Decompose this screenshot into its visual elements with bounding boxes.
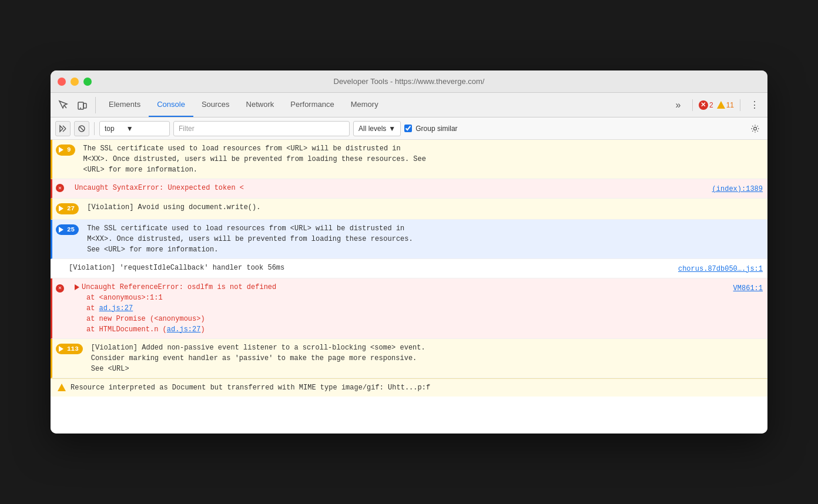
- count-badge-113[interactable]: 113: [56, 344, 83, 355]
- log-icon-warning-113: 113: [52, 339, 86, 359]
- log-entry-idle-callback: [Violation] 'requestIdleCallback' handle…: [51, 259, 767, 278]
- log-message-6-header: Uncaught ReferenceError: osdlfm is not d…: [75, 282, 724, 293]
- log-entry-ssl-warning: 9 The SSL certificate used to load resou…: [51, 140, 767, 179]
- maximize-button[interactable]: [83, 78, 92, 86]
- divider2: [740, 99, 740, 111]
- warn-triangle-icon: [717, 101, 725, 109]
- log-icon-violation: [52, 259, 64, 268]
- count-badge-9[interactable]: 9: [56, 145, 75, 156]
- svg-line-6: [63, 129, 66, 132]
- warn-count-badge: 11: [717, 101, 734, 109]
- log-source-6[interactable]: VM861:1: [729, 280, 767, 297]
- log-entry-passive-listener: 113 [Violation] Added non-passive event …: [51, 339, 767, 378]
- svg-line-5: [63, 126, 66, 129]
- log-entry-violation-write: 27 [Violation] Avoid using document.writ…: [51, 199, 767, 220]
- log-message-5: [Violation] 'requestIdleCallback' handle…: [64, 259, 673, 277]
- log-entry-ssl-info: 25 The SSL certificate used to load reso…: [51, 220, 767, 259]
- minimize-button[interactable]: [71, 78, 79, 86]
- log-entry-reference-error: ✕ Uncaught ReferenceError: osdlfm is not…: [51, 278, 767, 339]
- count-badge-25[interactable]: 25: [56, 224, 79, 236]
- error-icon-sm: ✕: [56, 184, 64, 192]
- settings-gear-button[interactable]: [747, 121, 763, 136]
- window-title: Developer Tools - https://www.theverge.c…: [334, 77, 485, 86]
- traffic-lights: [58, 78, 92, 86]
- stack-link-2[interactable]: ad.js:27: [167, 325, 201, 334]
- close-button[interactable]: [58, 78, 66, 86]
- log-source-5[interactable]: chorus.87db050….js:1: [673, 260, 767, 278]
- clear-console-button[interactable]: [55, 121, 71, 136]
- svg-point-9: [754, 127, 757, 130]
- tabs-right: » ✕ 2 11 ⋮: [670, 97, 763, 113]
- svg-rect-2: [83, 103, 86, 108]
- log-message-2: Uncaught SyntaxError: Unexpected token <: [70, 179, 708, 197]
- tabs-bar: Elements Console Sources Network Perform…: [51, 93, 767, 117]
- tab-memory[interactable]: Memory: [343, 93, 387, 117]
- svg-line-8: [79, 126, 84, 131]
- toolbar-divider: [94, 122, 95, 135]
- play-icon-113: [59, 346, 63, 352]
- error-icon-sm-2: ✕: [56, 284, 64, 293]
- log-message-6: Uncaught ReferenceError: osdlfm is not d…: [70, 278, 729, 338]
- group-similar-checkbox[interactable]: [404, 125, 412, 132]
- group-similar-checkbox-label[interactable]: Group similar: [404, 125, 457, 133]
- tab-elements[interactable]: Elements: [100, 93, 149, 117]
- tab-icon-group: [55, 97, 96, 113]
- device-toolbar-icon[interactable]: [74, 97, 90, 113]
- log-icon-ref-error: ✕: [52, 278, 70, 297]
- divider: [692, 99, 693, 111]
- stack-trace: at <anonymous>:1:1 at ad.js:27 at new Pr…: [86, 293, 724, 335]
- count-badge-27[interactable]: 27: [56, 203, 79, 214]
- title-bar: Developer Tools - https://www.theverge.c…: [51, 70, 767, 93]
- log-icon-warning: 9: [52, 140, 79, 160]
- console-output: 9 The SSL certificate used to load resou…: [51, 140, 767, 434]
- log-message-7: [Violation] Added non-passive event list…: [86, 339, 767, 378]
- log-entry-syntax-error: ✕ Uncaught SyntaxError: Unexpected token…: [51, 179, 767, 199]
- levels-dropdown[interactable]: All levels ▼: [353, 121, 401, 136]
- error-text-6: Uncaught ReferenceError: osdlfm is not d…: [82, 282, 276, 293]
- bottom-partial-message: Resource interpreted as Document but tra…: [71, 384, 430, 392]
- svg-marker-4: [60, 126, 63, 132]
- console-toolbar: top ▼ All levels ▼ Group similar: [51, 117, 767, 140]
- inspect-element-icon[interactable]: [55, 97, 72, 113]
- log-message-3: [Violation] Avoid using document.write()…: [82, 199, 767, 216]
- more-tabs-button[interactable]: »: [670, 97, 686, 113]
- tabs-list: Elements Console Sources Network Perform…: [100, 93, 670, 117]
- log-message-1: The SSL certificate used to load resourc…: [79, 140, 767, 179]
- log-message-4: The SSL certificate used to load resourc…: [82, 220, 767, 258]
- tab-sources[interactable]: Sources: [193, 93, 238, 117]
- warn-triangle-icon-bottom: [58, 384, 66, 391]
- play-icon: [59, 147, 63, 153]
- tab-network[interactable]: Network: [238, 93, 283, 117]
- error-icon: ✕: [699, 100, 708, 110]
- filter-input[interactable]: [173, 121, 350, 136]
- play-icon-27: [59, 206, 63, 211]
- context-selector[interactable]: top ▼: [99, 121, 170, 136]
- devtools-window: Developer Tools - https://www.theverge.c…: [51, 70, 767, 434]
- log-icon-error: ✕: [52, 179, 70, 197]
- log-icon-warning-27: 27: [52, 199, 82, 219]
- error-count-badge: ✕ 2: [699, 100, 713, 110]
- tab-performance[interactable]: Performance: [282, 93, 342, 117]
- log-source-2[interactable]: (index):1389: [708, 180, 767, 198]
- stack-link-1[interactable]: ad.js:27: [99, 304, 133, 313]
- log-icon-info-25: 25: [52, 220, 82, 240]
- block-icon-button[interactable]: [74, 121, 89, 136]
- svg-line-0: [64, 105, 66, 108]
- expand-arrow-icon[interactable]: [75, 284, 79, 290]
- log-entry-bottom-partial: Resource interpreted as Document but tra…: [51, 378, 767, 397]
- more-options-button[interactable]: ⋮: [746, 97, 763, 113]
- tab-console[interactable]: Console: [149, 93, 193, 117]
- play-icon-25: [59, 227, 63, 233]
